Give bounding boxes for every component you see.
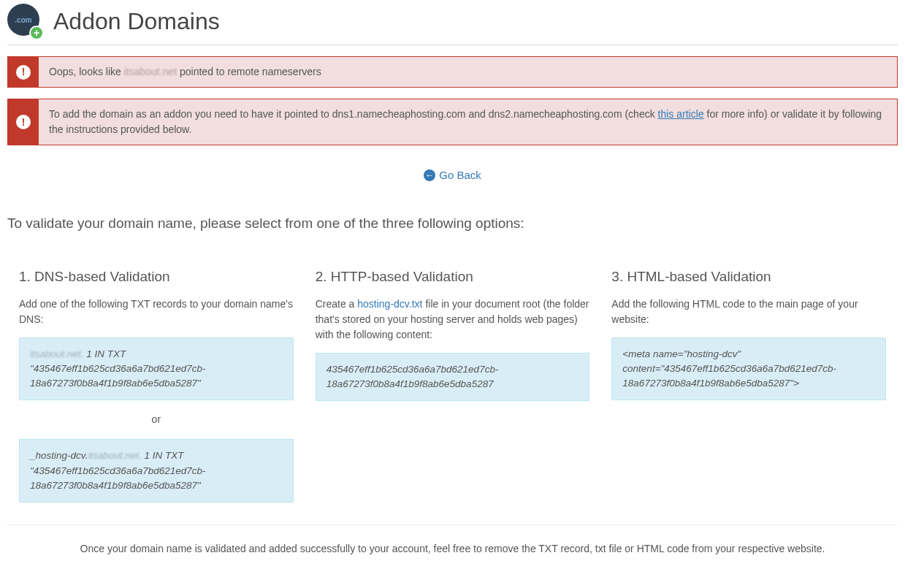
hosting-dcv-link[interactable]: hosting-dcv.txt xyxy=(357,298,422,310)
option-desc: Add one of the following TXT records to … xyxy=(19,297,294,327)
option-html: 3. HTML-based Validation Add the followi… xyxy=(611,267,886,503)
validation-options: 1. DNS-based Validation Add one of the f… xyxy=(7,259,898,525)
article-link[interactable]: this article xyxy=(658,108,704,120)
alert-icon: ! xyxy=(8,99,39,145)
option-title: 1. DNS-based Validation xyxy=(19,267,294,288)
option-title: 3. HTML-based Validation xyxy=(611,267,886,288)
exclamation-icon: ! xyxy=(16,115,31,129)
go-back-link[interactable]: ← Go Back xyxy=(424,167,481,184)
addon-domains-icon: .com + xyxy=(7,4,42,39)
post-validation-note: Once your domain name is validated and a… xyxy=(7,525,898,573)
alert-icon: ! xyxy=(8,57,39,87)
exclamation-icon: ! xyxy=(16,65,31,80)
arrow-left-icon: ← xyxy=(424,169,435,181)
code-box-html: <meta name="hosting-dcv" content="435467… xyxy=(611,337,886,401)
option-title: 2. HTTP-based Validation xyxy=(316,267,590,288)
alert-error-1: ! Oops, looks like itsabout.net pointed … xyxy=(7,56,898,88)
plus-icon: + xyxy=(29,26,44,40)
page-title: Addon Domains xyxy=(53,4,220,39)
or-text: or xyxy=(19,412,294,427)
intro-text: To validate your domain name, please sel… xyxy=(7,213,898,234)
alert-text: To add the domain as an addon you need t… xyxy=(39,99,897,145)
option-http: 2. HTTP-based Validation Create a hostin… xyxy=(316,267,590,503)
code-box-http: 435467eff1b625cd36a6a7bd621ed7cb-18a6727… xyxy=(316,353,590,402)
code-box-txt-2: _hosting-dcv.itsabout.net. 1 IN TXT "435… xyxy=(19,439,294,503)
alert-error-2: ! To add the domain as an addon you need… xyxy=(7,99,898,145)
option-desc: Create a hosting-dcv.txt file in your do… xyxy=(316,297,590,343)
code-box-txt-1: itsabout.net. 1 IN TXT "435467eff1b625cd… xyxy=(19,337,294,401)
option-dns: 1. DNS-based Validation Add one of the f… xyxy=(19,267,294,503)
option-desc: Add the following HTML code to the main … xyxy=(611,297,886,327)
page-header: .com + Addon Domains xyxy=(7,4,898,45)
alert-text: Oops, looks like itsabout.net pointed to… xyxy=(39,57,332,87)
